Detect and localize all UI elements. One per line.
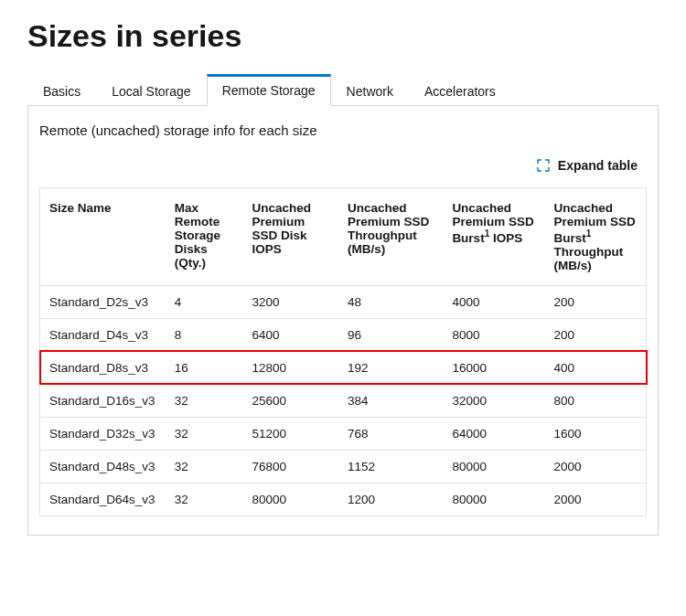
- cell-size-name: Standard_D8s_v3: [40, 351, 166, 384]
- table-row: Standard_D2s_v343200484000200: [40, 285, 647, 318]
- panel-description: Remote (uncached) storage info for each …: [39, 122, 647, 138]
- cell-burst-iops: 8000: [443, 318, 544, 351]
- th-burst-throughput: Uncached Premium SSD Burst1 Throughput (…: [544, 188, 646, 286]
- cell-size-name: Standard_D2s_v3: [40, 285, 166, 318]
- cell-burst-thr: 2000: [544, 450, 646, 483]
- table-row: Standard_D16s_v3322560038432000800: [40, 384, 647, 417]
- cell-burst-thr: 800: [544, 384, 646, 417]
- cell-burst-thr: 200: [544, 285, 646, 318]
- cell-iops: 12800: [243, 351, 339, 384]
- cell-burst-iops: 4000: [443, 285, 544, 318]
- tab-remote-storage[interactable]: Remote Storage: [207, 74, 331, 106]
- th-max-disks: Max Remote Storage Disks (Qty.): [166, 188, 243, 286]
- cell-burst-thr: 400: [544, 351, 646, 384]
- cell-burst-thr: 2000: [544, 483, 646, 515]
- cell-iops: 51200: [243, 417, 339, 450]
- th-burst-iops: Uncached Premium SSD Burst1 IOPS: [443, 188, 544, 286]
- cell-burst-iops: 32000: [443, 384, 544, 417]
- cell-iops: 80000: [243, 483, 339, 515]
- cell-burst-thr: 1600: [544, 417, 646, 450]
- cell-iops: 76800: [243, 450, 339, 483]
- panel-remote-storage: Remote (uncached) storage info for each …: [27, 106, 659, 536]
- cell-throughput: 1200: [338, 483, 443, 515]
- table-row: Standard_D4s_v386400968000200: [40, 318, 647, 351]
- cell-max-disks: 32: [166, 384, 243, 417]
- tabs-container: Basics Local Storage Remote Storage Netw…: [27, 74, 659, 106]
- cell-burst-iops: 64000: [443, 417, 544, 450]
- cell-max-disks: 32: [166, 450, 243, 483]
- cell-throughput: 1152: [338, 450, 443, 483]
- expand-table-label: Expand table: [558, 158, 638, 173]
- cell-throughput: 192: [338, 351, 443, 384]
- table-body: Standard_D2s_v343200484000200Standard_D4…: [40, 285, 647, 515]
- expand-row: Expand table: [39, 158, 647, 173]
- expand-icon: [536, 158, 551, 173]
- cell-max-disks: 8: [166, 318, 243, 351]
- table-header-row: Size Name Max Remote Storage Disks (Qty.…: [40, 188, 647, 286]
- cell-size-name: Standard_D32s_v3: [40, 417, 166, 450]
- tab-network[interactable]: Network: [331, 74, 409, 106]
- cell-max-disks: 32: [166, 483, 243, 515]
- table-row: Standard_D32s_v33251200768640001600: [40, 417, 647, 450]
- cell-burst-iops: 16000: [443, 351, 544, 384]
- cell-throughput: 768: [338, 417, 443, 450]
- cell-iops: 3200: [243, 285, 339, 318]
- th-size-name: Size Name: [40, 188, 166, 286]
- tab-accelerators[interactable]: Accelerators: [409, 74, 511, 106]
- cell-max-disks: 4: [166, 285, 243, 318]
- page-title: Sizes in series: [27, 18, 659, 54]
- cell-iops: 6400: [243, 318, 339, 351]
- cell-size-name: Standard_D16s_v3: [40, 384, 166, 417]
- cell-size-name: Standard_D4s_v3: [40, 318, 166, 351]
- tab-local-storage[interactable]: Local Storage: [96, 74, 206, 106]
- cell-throughput: 384: [338, 384, 443, 417]
- tab-basics[interactable]: Basics: [27, 74, 96, 106]
- expand-table-button[interactable]: Expand table: [536, 158, 638, 173]
- sizes-table: Size Name Max Remote Storage Disks (Qty.…: [39, 187, 647, 516]
- th-uncached-iops: Uncached Premium SSD Disk IOPS: [243, 188, 339, 286]
- cell-size-name: Standard_D48s_v3: [40, 450, 166, 483]
- table-row: Standard_D64s_v332800001200800002000: [40, 483, 647, 515]
- cell-max-disks: 16: [166, 351, 243, 384]
- cell-size-name: Standard_D64s_v3: [40, 483, 166, 515]
- cell-iops: 25600: [243, 384, 339, 417]
- th-uncached-throughput: Uncached Premium SSD Throughput (MB/s): [338, 188, 443, 286]
- cell-max-disks: 32: [166, 417, 243, 450]
- cell-burst-thr: 200: [544, 318, 646, 351]
- cell-burst-iops: 80000: [443, 483, 544, 515]
- table-row: Standard_D8s_v3161280019216000400: [40, 351, 647, 384]
- cell-throughput: 96: [338, 318, 443, 351]
- cell-throughput: 48: [338, 285, 443, 318]
- table-row: Standard_D48s_v332768001152800002000: [40, 450, 647, 483]
- cell-burst-iops: 80000: [443, 450, 544, 483]
